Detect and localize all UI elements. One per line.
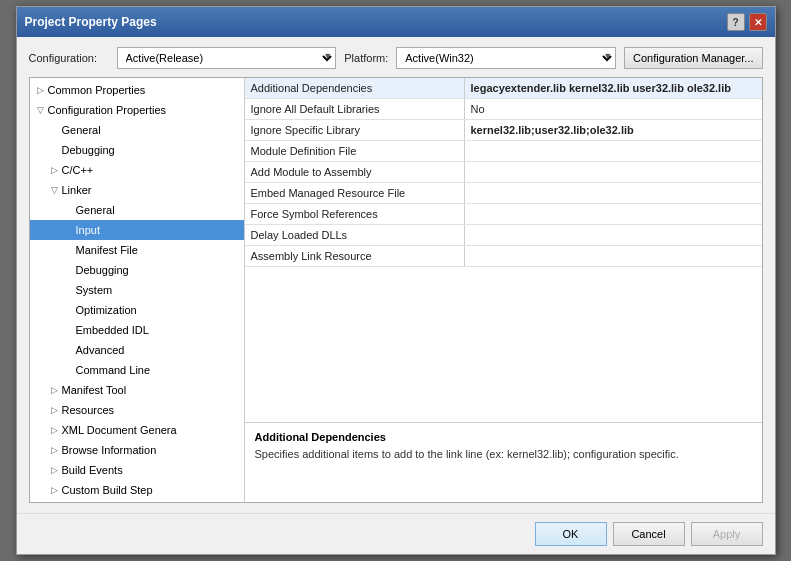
tree-label-resources: Resources [62,402,115,418]
props-value: legacyextender.lib kernel32.lib user32.l… [465,78,762,98]
props-row[interactable]: Force Symbol References [245,204,762,225]
props-panel: Additional Dependencieslegacyextender.li… [245,78,762,502]
props-value [465,246,762,266]
apply-button[interactable]: Apply [691,522,763,546]
platform-label: Platform: [344,52,388,64]
props-value: kernel32.lib;user32.lib;ole32.lib [465,120,762,140]
dialog-title: Project Property Pages [25,15,157,29]
tree-panel: ▷Common Properties▽Configuration Propert… [30,78,245,502]
props-name: Additional Dependencies [245,78,465,98]
cancel-button[interactable]: Cancel [613,522,685,546]
tree-label-linker-cmdline: Command Line [76,362,151,378]
config-select-wrapper: Active(Release) [117,47,337,69]
dialog-footer: OK Cancel Apply [17,513,775,554]
config-row: Configuration: Active(Release) Platform:… [29,47,763,69]
config-label: Configuration: [29,52,109,64]
tree-item-linker-system[interactable]: System [30,280,244,300]
help-button[interactable]: ? [727,13,745,31]
tree-label-cppcpp: C/C++ [62,162,94,178]
tree-item-linker-optimization[interactable]: Optimization [30,300,244,320]
tree-label-xml-doc-gen: XML Document Genera [62,422,177,438]
props-row[interactable]: Delay Loaded DLLs [245,225,762,246]
project-property-pages-dialog: Project Property Pages ? ✕ Configuration… [16,6,776,555]
tree-label-config-props: Configuration Properties [48,102,167,118]
main-area: ▷Common Properties▽Configuration Propert… [29,77,763,503]
info-description: Specifies additional items to add to the… [255,447,752,462]
tree-item-custom-build[interactable]: ▷Custom Build Step [30,480,244,500]
props-row[interactable]: Assembly Link Resource [245,246,762,267]
dialog-content: Configuration: Active(Release) Platform:… [17,37,775,513]
tree-toggle-linker-embedded-idl [62,323,76,337]
tree-item-linker-general[interactable]: General [30,200,244,220]
tree-toggle-common-props: ▷ [34,83,48,97]
tree-label-linker-system: System [76,282,113,298]
tree-item-manifest-tool[interactable]: ▷Manifest Tool [30,380,244,400]
platform-select[interactable]: Active(Win32) [396,47,616,69]
tree-label-common-props: Common Properties [48,82,146,98]
platform-select-wrapper: Active(Win32) [396,47,616,69]
props-name: Ignore Specific Library [245,120,465,140]
tree-label-linker: Linker [62,182,92,198]
props-row[interactable]: Ignore Specific Librarykernel32.lib;user… [245,120,762,141]
tree-item-linker-cmdline[interactable]: Command Line [30,360,244,380]
title-bar: Project Property Pages ? ✕ [17,7,775,37]
props-name: Delay Loaded DLLs [245,225,465,245]
tree-toggle-cppcpp: ▷ [48,163,62,177]
tree-toggle-general [48,123,62,137]
props-row[interactable]: Ignore All Default LibrariesNo [245,99,762,120]
config-select[interactable]: Active(Release) [117,47,337,69]
tree-item-build-events[interactable]: ▷Build Events [30,460,244,480]
tree-label-manifest-tool: Manifest Tool [62,382,127,398]
tree-label-build-events: Build Events [62,462,123,478]
tree-item-common-props[interactable]: ▷Common Properties [30,80,244,100]
props-value [465,204,762,224]
tree-label-linker-optimization: Optimization [76,302,137,318]
props-row[interactable]: Module Definition File [245,141,762,162]
tree-toggle-linker-optimization [62,303,76,317]
tree-item-linker-manifest[interactable]: Manifest File [30,240,244,260]
tree-item-cppcpp[interactable]: ▷C/C++ [30,160,244,180]
info-panel: Additional Dependencies Specifies additi… [245,422,762,502]
tree-label-linker-embedded-idl: Embedded IDL [76,322,149,338]
tree-label-linker-manifest: Manifest File [76,242,138,258]
tree-item-resources[interactable]: ▷Resources [30,400,244,420]
props-value: No [465,99,762,119]
tree-label-browse-info: Browse Information [62,442,157,458]
tree-item-browse-info[interactable]: ▷Browse Information [30,440,244,460]
tree-label-general: General [62,122,101,138]
tree-item-general[interactable]: General [30,120,244,140]
tree-item-linker-input[interactable]: Input [30,220,244,240]
tree-label-debugging: Debugging [62,142,115,158]
close-button[interactable]: ✕ [749,13,767,31]
tree-item-xml-doc-gen[interactable]: ▷XML Document Genera [30,420,244,440]
tree-toggle-linker-general [62,203,76,217]
title-bar-controls: ? ✕ [727,13,767,31]
tree-item-linker-advanced[interactable]: Advanced [30,340,244,360]
props-table: Additional Dependencieslegacyextender.li… [245,78,762,422]
tree-item-linker-debugging[interactable]: Debugging [30,260,244,280]
props-value [465,183,762,203]
tree-toggle-xml-doc-gen: ▷ [48,423,62,437]
tree-toggle-resources: ▷ [48,403,62,417]
tree-item-linker[interactable]: ▽Linker [30,180,244,200]
props-row[interactable]: Additional Dependencieslegacyextender.li… [245,78,762,99]
props-value [465,162,762,182]
tree-item-config-props[interactable]: ▽Configuration Properties [30,100,244,120]
tree-toggle-linker: ▽ [48,183,62,197]
props-value [465,141,762,161]
tree-item-debugging[interactable]: Debugging [30,140,244,160]
props-row[interactable]: Embed Managed Resource File [245,183,762,204]
tree-item-linker-embedded-idl[interactable]: Embedded IDL [30,320,244,340]
tree-label-linker-general: General [76,202,115,218]
tree-toggle-debugging [48,143,62,157]
props-name: Module Definition File [245,141,465,161]
tree-toggle-config-props: ▽ [34,103,48,117]
props-name: Embed Managed Resource File [245,183,465,203]
config-manager-button[interactable]: Configuration Manager... [624,47,762,69]
props-row[interactable]: Add Module to Assembly [245,162,762,183]
tree-toggle-linker-advanced [62,343,76,357]
tree-label-linker-advanced: Advanced [76,342,125,358]
ok-button[interactable]: OK [535,522,607,546]
tree-toggle-linker-cmdline [62,363,76,377]
tree-label-linker-debugging: Debugging [76,262,129,278]
